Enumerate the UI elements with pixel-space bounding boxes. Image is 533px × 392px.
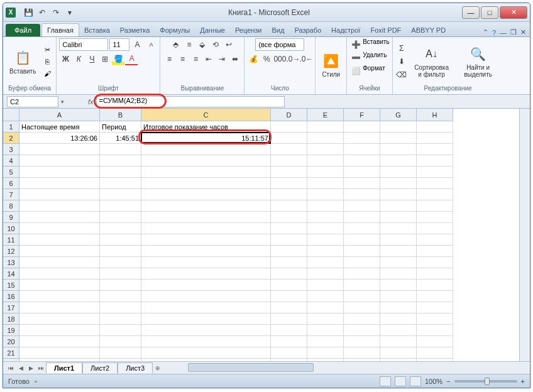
- cell-H20[interactable]: [417, 336, 453, 347]
- cell-G4[interactable]: [380, 155, 417, 166]
- cell-H21[interactable]: [417, 347, 453, 359]
- font-color-button[interactable]: A: [125, 53, 138, 65]
- cell-F5[interactable]: [344, 166, 380, 178]
- maximize-button[interactable]: □: [481, 6, 498, 19]
- col-header-B[interactable]: B: [100, 109, 141, 121]
- cell-B9[interactable]: [100, 212, 141, 223]
- col-header-G[interactable]: G: [380, 109, 417, 121]
- col-header-H[interactable]: H: [417, 109, 453, 121]
- formula-input[interactable]: =СУММ(A2;B2): [96, 96, 285, 107]
- cell-B1[interactable]: Период: [100, 121, 141, 133]
- redo-button[interactable]: ↷: [50, 6, 62, 19]
- cell-H10[interactable]: [417, 223, 453, 234]
- minimize-button[interactable]: —: [462, 6, 480, 19]
- cell-G10[interactable]: [380, 223, 417, 234]
- tab-data[interactable]: Данные: [195, 24, 230, 36]
- cell-B14[interactable]: [100, 268, 141, 280]
- row-header-19[interactable]: 19: [3, 325, 19, 336]
- cell-B6[interactable]: [100, 178, 141, 189]
- cell-H11[interactable]: [417, 234, 453, 246]
- cell-E9[interactable]: [307, 212, 344, 223]
- cell-B12[interactable]: [100, 246, 141, 257]
- cell-F17[interactable]: [344, 302, 380, 313]
- row-header-17[interactable]: 17: [3, 302, 19, 313]
- cell-G20[interactable]: [380, 336, 417, 347]
- select-all-corner[interactable]: [3, 109, 19, 121]
- cell-B21[interactable]: [100, 347, 141, 359]
- cell-H2[interactable]: [417, 133, 453, 144]
- cell-B19[interactable]: [100, 325, 141, 336]
- comma-button[interactable]: 000: [273, 53, 286, 65]
- cell-B13[interactable]: [100, 257, 141, 268]
- cell-D11[interactable]: [271, 234, 307, 246]
- file-tab[interactable]: Файл: [6, 24, 40, 36]
- find-select-button[interactable]: 🔍 Найти и выделить: [456, 44, 501, 79]
- cell-D5[interactable]: [271, 166, 307, 178]
- cell-E15[interactable]: [307, 280, 344, 291]
- row-header-18[interactable]: 18: [3, 313, 19, 325]
- cell-G6[interactable]: [380, 178, 417, 189]
- cell-D1[interactable]: [271, 121, 307, 133]
- cell-D22[interactable]: [271, 359, 307, 361]
- cell-A19[interactable]: [19, 325, 100, 336]
- row-header-12[interactable]: 12: [3, 246, 19, 257]
- tab-developer[interactable]: Разрабо: [289, 24, 326, 36]
- doc-minimize-icon[interactable]: —: [500, 29, 507, 36]
- cell-E3[interactable]: [307, 144, 344, 155]
- zoom-slider[interactable]: [454, 380, 517, 383]
- col-header-E[interactable]: E: [307, 109, 344, 121]
- font-name-select[interactable]: [59, 38, 108, 51]
- cell-H5[interactable]: [417, 166, 453, 178]
- italic-button[interactable]: К: [72, 53, 85, 65]
- help-icon[interactable]: ?: [492, 29, 496, 36]
- cell-E1[interactable]: [307, 121, 344, 133]
- tab-view[interactable]: Вид: [267, 24, 290, 36]
- row-header-7[interactable]: 7: [3, 189, 19, 200]
- cell-H1[interactable]: [417, 121, 453, 133]
- cell-D12[interactable]: [271, 246, 307, 257]
- paste-button[interactable]: 📋 Вставить: [6, 48, 40, 76]
- cell-C2[interactable]: 15:11:57: [141, 133, 271, 144]
- cell-C10[interactable]: [141, 223, 271, 234]
- cell-F21[interactable]: [344, 347, 380, 359]
- cell-F12[interactable]: [344, 246, 380, 257]
- cell-C20[interactable]: [141, 336, 271, 347]
- cell-A21[interactable]: [19, 347, 100, 359]
- cell-G7[interactable]: [380, 189, 417, 200]
- cell-F7[interactable]: [344, 189, 380, 200]
- cells-area[interactable]: Настоящее времяПериодИтоговое показание …: [19, 121, 453, 361]
- cell-H22[interactable]: [417, 359, 453, 361]
- qat-dropdown[interactable]: ▾: [63, 6, 76, 19]
- doc-restore-icon[interactable]: ❐: [510, 28, 517, 36]
- cell-D8[interactable]: [271, 200, 307, 212]
- cell-H19[interactable]: [417, 325, 453, 336]
- cell-E19[interactable]: [307, 325, 344, 336]
- increase-indent-button[interactable]: ⇥: [216, 53, 228, 65]
- cell-B5[interactable]: [100, 166, 141, 178]
- cell-D9[interactable]: [271, 212, 307, 223]
- cell-G8[interactable]: [380, 200, 417, 212]
- cell-C16[interactable]: [141, 291, 271, 302]
- cell-F1[interactable]: [344, 121, 380, 133]
- cell-D4[interactable]: [271, 155, 307, 166]
- cell-E21[interactable]: [307, 347, 344, 359]
- sheet-tab-2[interactable]: Лист2: [82, 362, 118, 373]
- col-header-C[interactable]: C: [141, 109, 271, 121]
- cell-E22[interactable]: [307, 359, 344, 361]
- namebox-dropdown-icon[interactable]: ▾: [61, 99, 64, 105]
- zoom-in-button[interactable]: +: [521, 378, 525, 385]
- col-header-A[interactable]: A: [19, 109, 100, 121]
- cell-G2[interactable]: [380, 133, 417, 144]
- col-header-F[interactable]: F: [344, 109, 380, 121]
- cell-E17[interactable]: [307, 302, 344, 313]
- grow-font-button[interactable]: A: [131, 38, 143, 51]
- cell-F14[interactable]: [344, 268, 380, 280]
- cell-A11[interactable]: [19, 234, 100, 246]
- cell-D15[interactable]: [271, 280, 307, 291]
- cell-A14[interactable]: [19, 268, 100, 280]
- sheet-tab-1[interactable]: Лист1: [46, 362, 82, 373]
- cell-A22[interactable]: [19, 359, 100, 361]
- tab-home[interactable]: Главная: [41, 23, 79, 36]
- cell-G11[interactable]: [380, 234, 417, 246]
- cell-D21[interactable]: [271, 347, 307, 359]
